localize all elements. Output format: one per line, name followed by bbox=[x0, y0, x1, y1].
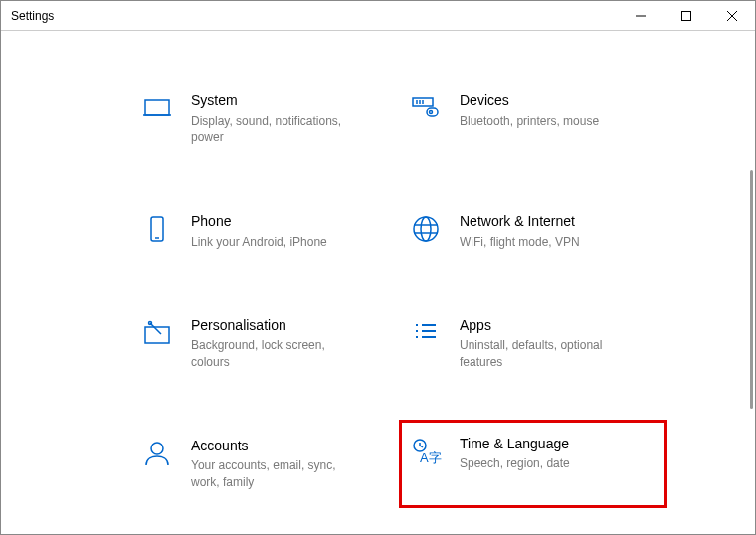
time-language-icon: A字 bbox=[410, 435, 442, 466]
category-desc: Speech, region, date bbox=[460, 455, 570, 472]
svg-point-14 bbox=[414, 217, 438, 241]
person-icon bbox=[141, 437, 173, 468]
category-desc: Link your Android, iPhone bbox=[191, 234, 327, 251]
category-apps[interactable]: Apps Uninstall, defaults, optional featu… bbox=[399, 305, 667, 382]
category-desc: WiFi, flight mode, VPN bbox=[460, 234, 580, 251]
category-phone[interactable]: Phone Link your Android, iPhone bbox=[130, 201, 399, 261]
svg-line-30 bbox=[420, 446, 423, 447]
window-controls bbox=[618, 1, 755, 31]
system-icon bbox=[141, 91, 173, 123]
settings-content: System Display, sound, notifications, po… bbox=[1, 31, 755, 534]
category-personalisation[interactable]: Personalisation Background, lock screen,… bbox=[130, 305, 399, 382]
category-title: Accounts bbox=[191, 437, 360, 456]
category-network[interactable]: Network & Internet WiFi, flight mode, VP… bbox=[399, 201, 667, 261]
apps-icon bbox=[410, 316, 442, 348]
close-button[interactable] bbox=[709, 1, 755, 31]
category-desc: Display, sound, notifications, power bbox=[191, 113, 360, 147]
globe-icon bbox=[410, 212, 442, 244]
scrollbar-thumb[interactable] bbox=[750, 170, 753, 409]
svg-line-19 bbox=[150, 323, 161, 334]
minimize-button[interactable] bbox=[618, 1, 663, 31]
svg-rect-4 bbox=[145, 100, 169, 115]
svg-point-15 bbox=[421, 217, 431, 241]
category-title: Devices bbox=[460, 91, 599, 111]
category-time-language[interactable]: A字 Time & Language Speech, region, date bbox=[399, 420, 667, 508]
svg-text:A字: A字 bbox=[420, 450, 442, 465]
category-title: Time & Language bbox=[460, 435, 570, 454]
svg-point-11 bbox=[430, 111, 433, 114]
categories-grid: System Display, sound, notifications, po… bbox=[130, 81, 755, 534]
category-title: Network & Internet bbox=[460, 212, 580, 232]
category-desc: Background, lock screen, colours bbox=[191, 337, 360, 371]
category-title: Personalisation bbox=[191, 316, 360, 336]
window-title: Settings bbox=[11, 9, 54, 23]
category-title: System bbox=[191, 91, 360, 111]
maximize-button[interactable] bbox=[663, 1, 709, 31]
svg-point-27 bbox=[151, 443, 163, 454]
category-devices[interactable]: Devices Bluetooth, printers, mouse bbox=[399, 81, 667, 157]
category-system[interactable]: System Display, sound, notifications, po… bbox=[130, 81, 399, 157]
devices-icon bbox=[410, 91, 442, 123]
phone-icon bbox=[141, 212, 173, 244]
paint-icon bbox=[141, 316, 173, 348]
svg-rect-1 bbox=[682, 12, 691, 21]
category-title: Apps bbox=[460, 316, 629, 336]
category-title: Phone bbox=[191, 212, 327, 232]
category-desc: Bluetooth, printers, mouse bbox=[460, 113, 599, 130]
category-desc: Your accounts, email, sync, work, family bbox=[191, 457, 360, 491]
titlebar: Settings bbox=[1, 1, 755, 31]
category-accounts[interactable]: Accounts Your accounts, email, sync, wor… bbox=[130, 426, 399, 502]
category-desc: Uninstall, defaults, optional features bbox=[460, 337, 629, 371]
